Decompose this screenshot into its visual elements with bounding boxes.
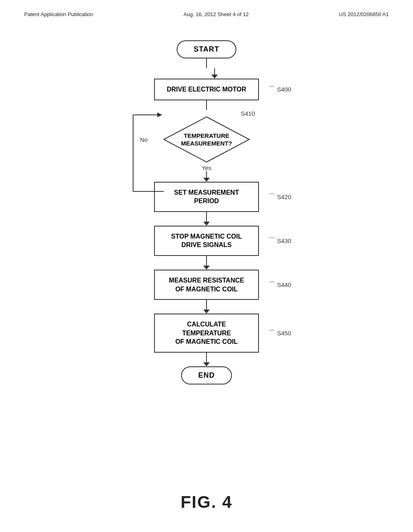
s410-text: TEMPERATUREMEASUREMENT? bbox=[180, 131, 233, 147]
connector-6 bbox=[206, 300, 207, 310]
s420-row: SET MEASUREMENTPERIOD ⌒ S420 bbox=[154, 182, 259, 212]
s430-process: STOP MAGNETIC COILDRIVE SIGNALS bbox=[154, 226, 259, 256]
connector-3 bbox=[206, 171, 207, 178]
no-label: No bbox=[140, 136, 148, 143]
page-header: Patent Application Publication Aug. 16, … bbox=[0, 0, 413, 17]
connector-4 bbox=[206, 212, 207, 222]
arrow-3 bbox=[203, 178, 210, 182]
s430-row: STOP MAGNETIC COILDRIVE SIGNALS ⌒ S430 bbox=[154, 226, 259, 256]
s420-process: SET MEASUREMENTPERIOD bbox=[154, 182, 259, 212]
s410-row: TEMPERATUREMEASUREMENT? No bbox=[162, 115, 251, 164]
arrow-5 bbox=[203, 266, 210, 270]
s410-diamond: TEMPERATUREMEASUREMENT? bbox=[162, 115, 251, 164]
s400-label: ⌒ S400 bbox=[268, 85, 291, 94]
s400-row: DRIVE ELECTRIC MOTOR ⌒ S400 bbox=[154, 79, 259, 100]
s400-process: DRIVE ELECTRIC MOTOR bbox=[154, 79, 259, 100]
end-terminal: END bbox=[181, 366, 232, 384]
connector-1 bbox=[206, 58, 207, 68]
arrow-6 bbox=[203, 310, 210, 314]
s440-row: MEASURE RESISTANCEOF MAGNETIC COIL ⌒ S44… bbox=[154, 270, 259, 300]
connector-7 bbox=[206, 353, 207, 362]
yes-label: Yes bbox=[202, 164, 211, 171]
s440-process: MEASURE RESISTANCEOF MAGNETIC COIL bbox=[154, 270, 259, 300]
s450-process: CALCULATETEMPERATUREOF MAGNETIC COIL bbox=[154, 314, 259, 353]
arrow-7 bbox=[203, 362, 210, 366]
header-right: US 2012/0206850 A1 bbox=[339, 11, 389, 17]
s430-label: ⌒ S430 bbox=[268, 236, 291, 245]
start-terminal: START bbox=[177, 40, 236, 58]
s450-row: CALCULATETEMPERATUREOF MAGNETIC COIL ⌒ S… bbox=[154, 314, 259, 353]
arrow-4 bbox=[203, 222, 210, 226]
header-left: Patent Application Publication bbox=[24, 11, 93, 17]
end-node: END bbox=[181, 366, 232, 384]
s440-label: ⌒ S440 bbox=[268, 280, 291, 290]
start-node: START bbox=[177, 40, 236, 58]
fig-label: FIG. 4 bbox=[181, 493, 233, 512]
header-center: Aug. 16, 2012 Sheet 4 of 12 bbox=[184, 11, 249, 17]
s450-label: ⌒ S450 bbox=[268, 328, 291, 338]
connector-2 bbox=[206, 100, 207, 110]
connector-5 bbox=[206, 256, 207, 266]
s420-label: ⌒ S420 bbox=[268, 192, 291, 202]
yes-branch: Yes bbox=[202, 164, 211, 182]
flowchart: START DRIVE ELECTRIC MOTOR ⌒ S400 S410 T… bbox=[106, 40, 307, 384]
